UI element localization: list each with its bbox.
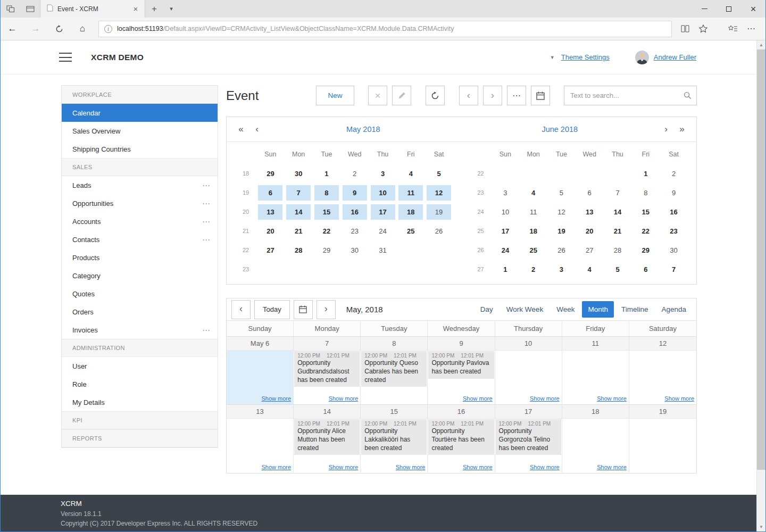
calendar-day-cell[interactable]: 17 <box>492 221 520 240</box>
scheduler-day-cell[interactable]: 12:00 PM12:01 PMOpportunity Gudbrandsdal… <box>294 351 361 405</box>
show-more-link[interactable]: Show more <box>463 395 493 402</box>
range-next-month-icon[interactable]: › <box>658 124 674 135</box>
next-record-button[interactable]: › <box>483 86 502 105</box>
show-more-link[interactable]: Show more <box>597 464 627 470</box>
home-icon[interactable]: ⌂ <box>71 18 94 40</box>
calendar-day-cell[interactable]: 1 <box>492 260 520 279</box>
calendar-day-cell[interactable]: 30 <box>660 240 688 260</box>
scheduler-next-button[interactable]: › <box>317 300 336 319</box>
calendar-day-cell[interactable]: 30 <box>340 240 369 260</box>
calendar-day-cell[interactable]: 21 <box>604 221 632 240</box>
item-actions-icon[interactable]: ⋯ <box>202 181 210 189</box>
calendar-day-cell[interactable]: 5 <box>604 260 632 279</box>
view-day[interactable]: Day <box>474 301 499 318</box>
new-tab-button[interactable]: + <box>145 0 163 18</box>
view-work-week[interactable]: Work Week <box>501 301 549 318</box>
calendar-day-cell[interactable]: 9 <box>660 183 688 202</box>
calendar-day-cell[interactable]: 2 <box>340 164 369 183</box>
range-next-year-icon[interactable]: » <box>674 124 690 135</box>
calendar-day-cell[interactable]: 12 <box>547 202 576 221</box>
calendar-day-cell[interactable]: 11 <box>519 202 547 221</box>
back-icon[interactable]: ← <box>1 18 24 40</box>
sidebar-item-orders[interactable]: Orders <box>62 303 218 321</box>
calendar-day-cell[interactable]: 24 <box>369 221 397 240</box>
calendar-day-cell[interactable]: 3 <box>547 260 576 279</box>
calendar-day-cell[interactable]: 7 <box>604 183 632 202</box>
calendar-day-cell[interactable]: 15 <box>313 202 341 221</box>
calendar-day-cell[interactable]: 8 <box>313 183 341 202</box>
view-month[interactable]: Month <box>582 301 614 318</box>
scheduler-day-cell[interactable]: Show more <box>562 351 629 405</box>
show-more-link[interactable]: Show more <box>329 464 359 470</box>
appointment[interactable]: 12:00 PM12:01 PMOpportunity Gudbrandsdal… <box>294 351 360 387</box>
appointment[interactable]: 12:00 PM12:01 PMOpportunity Queso Cabral… <box>361 351 427 387</box>
show-more-link[interactable]: Show more <box>262 464 292 470</box>
show-more-link[interactable]: Show more <box>262 395 292 402</box>
menu-hamburger-icon[interactable] <box>59 53 72 62</box>
calendar-day-cell[interactable]: 10 <box>492 202 520 221</box>
scheduler-day-cell[interactable]: 12:00 PM12:01 PMOpportunity Gorgonzola T… <box>495 419 562 473</box>
calendar-day-cell[interactable]: 15 <box>631 202 660 221</box>
favorite-star-icon[interactable] <box>694 20 712 38</box>
calendar-day-cell[interactable]: 13 <box>576 202 604 221</box>
sidebar-item-category[interactable]: Category <box>62 267 218 285</box>
item-actions-icon[interactable]: ⋯ <box>202 218 210 226</box>
delete-button[interactable]: × <box>368 86 387 105</box>
tab-close-icon[interactable]: × <box>131 4 140 13</box>
address-bar[interactable]: i localhost:51193/Default.aspx#ViewID=CR… <box>98 21 672 37</box>
appointment[interactable]: 12:00 PM12:01 PMOpportunity Alice Mutton… <box>294 419 360 455</box>
calendar-day-cell[interactable]: 23 <box>340 221 369 240</box>
calendar-day-cell[interactable]: 29 <box>256 164 285 183</box>
reading-view-icon[interactable] <box>676 20 694 38</box>
show-more-link[interactable]: Show more <box>463 464 493 470</box>
calendar-day-cell[interactable]: 25 <box>519 240 547 260</box>
scheduler-day-cell[interactable] <box>629 419 696 473</box>
browser-tab[interactable]: Event - XCRM × <box>40 0 145 18</box>
calendar-day-cell[interactable]: 9 <box>340 183 369 202</box>
calendar-day-cell[interactable]: 29 <box>631 240 660 260</box>
scheduler-prev-button[interactable]: ‹ <box>231 300 251 319</box>
calendar-day-cell[interactable]: 6 <box>256 183 285 202</box>
more-actions-button[interactable]: ⋯ <box>507 86 526 105</box>
calendar-day-cell[interactable]: 22 <box>313 221 341 240</box>
new-button[interactable]: New <box>316 86 354 105</box>
show-more-link[interactable]: Show more <box>530 395 560 402</box>
item-actions-icon[interactable]: ⋯ <box>202 326 210 334</box>
appointment[interactable]: 12:00 PM12:01 PMOpportunity Gorgonzola T… <box>496 419 561 455</box>
show-more-link[interactable]: Show more <box>597 395 627 402</box>
calendar-day-cell[interactable]: 27 <box>256 240 285 260</box>
user-name-link[interactable]: Andrew Fuller <box>654 53 696 61</box>
prev-record-button[interactable]: ‹ <box>459 86 478 105</box>
calendar-day-cell[interactable]: 22 <box>631 221 660 240</box>
search-icon[interactable] <box>684 92 692 99</box>
calendar-day-cell[interactable]: 18 <box>519 221 547 240</box>
today-button[interactable]: Today <box>254 300 290 319</box>
calendar-day-cell[interactable]: 1 <box>313 164 341 183</box>
calendar-day-cell[interactable]: 12 <box>425 183 453 202</box>
sidebar-item-opportunities[interactable]: Opportunities⋯ <box>62 194 218 212</box>
page-scrollbar[interactable]: ▲ ▼ <box>756 40 765 531</box>
view-week[interactable]: Week <box>551 301 580 318</box>
scheduler-day-cell[interactable]: 12:00 PM12:01 PMOpportunity Tourtière ha… <box>428 419 495 473</box>
sidebar-item-user[interactable]: User <box>62 357 218 375</box>
calendar-view-button[interactable] <box>531 86 550 105</box>
window-close-button[interactable]: × <box>741 0 765 18</box>
calendar-day-cell[interactable]: 31 <box>369 240 397 260</box>
sidebar-item-quotes[interactable]: Quotes <box>62 285 218 303</box>
scheduler-date-picker-button[interactable] <box>294 300 313 319</box>
calendar-day-cell[interactable]: 27 <box>576 240 604 260</box>
scheduler-day-cell[interactable]: Show more <box>227 351 294 405</box>
calendar-day-cell[interactable]: 25 <box>397 221 425 240</box>
refresh-button[interactable] <box>426 86 445 105</box>
view-agenda[interactable]: Agenda <box>655 301 692 318</box>
sidebar-item-sales-overview[interactable]: Sales Overview <box>62 122 218 140</box>
calendar-day-cell[interactable]: 26 <box>547 240 576 260</box>
view-timeline[interactable]: Timeline <box>615 301 654 318</box>
range-prev-month-icon[interactable]: ‹ <box>249 124 265 135</box>
calendar-day-cell[interactable]: 28 <box>604 240 632 260</box>
item-actions-icon[interactable]: ⋯ <box>202 200 210 207</box>
sidebar-item-invoices[interactable]: Invoices⋯ <box>62 321 218 339</box>
user-avatar[interactable] <box>635 51 649 64</box>
sidebar-item-calendar[interactable]: Calendar <box>62 104 218 122</box>
calendar-day-cell[interactable]: 23 <box>660 221 688 240</box>
